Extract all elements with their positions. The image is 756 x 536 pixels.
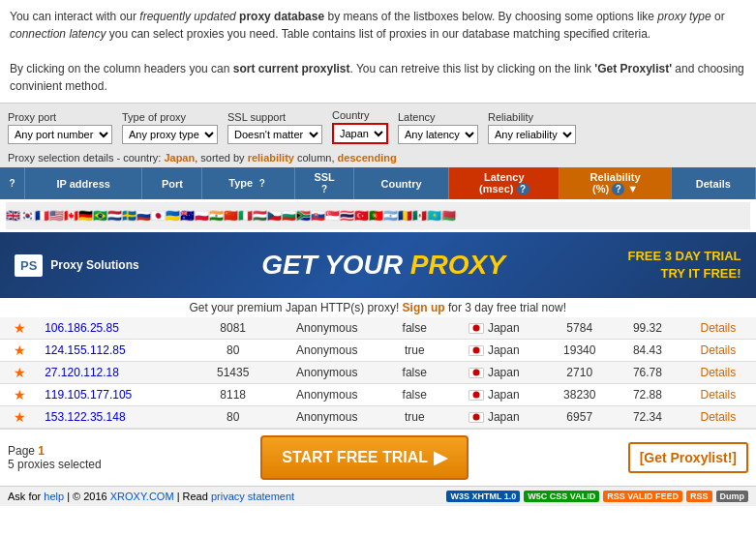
selected-count: 5 proxies selected bbox=[8, 458, 102, 471]
ad-banner[interactable]: PS Proxy Solutions GET YOUR PROXY FREE 3… bbox=[0, 232, 756, 298]
country-cell: Japan bbox=[443, 317, 544, 340]
bottom-badges: W3S XHTML 1.0 W5C CSS VALID RSS VALID FE… bbox=[446, 491, 748, 502]
proxy-port-select[interactable]: Any port number bbox=[8, 125, 112, 144]
rss-badge: RSS VALID FEED bbox=[603, 491, 682, 502]
ssl-cell: false bbox=[385, 384, 443, 406]
port-header[interactable]: Port bbox=[142, 167, 202, 199]
proxy-port-filter: Proxy port Any port number bbox=[8, 111, 112, 144]
get-proxylist-link[interactable]: [Get Proxylist!] bbox=[628, 442, 748, 473]
flags-container: 🇬🇧🇰🇷🇫🇷🇺🇸🇨🇦🇩🇪🇧🇷🇳🇱🇸🇪🇷🇺🇯🇵🇺🇦🇦🇺🇵🇱🇮🇳🇨🇳🇮🇹🇭🇺🇨🇿🇧🇬… bbox=[6, 202, 750, 229]
type-header[interactable]: Type ? bbox=[202, 167, 295, 199]
star-icon: ★ bbox=[14, 365, 26, 380]
port-cell: 8081 bbox=[197, 317, 268, 340]
reliability-help-icon[interactable]: ? bbox=[612, 183, 624, 195]
country-name: Japan bbox=[488, 343, 520, 357]
star-cell: ★ bbox=[0, 406, 39, 429]
ssl-help-icon[interactable]: ? bbox=[318, 183, 331, 195]
star-icon: ★ bbox=[14, 342, 26, 358]
help-icon[interactable]: ? bbox=[6, 177, 18, 190]
help-link[interactable]: help bbox=[44, 491, 64, 502]
country-label: Country bbox=[332, 109, 388, 121]
trial-arrow-icon: ▶ bbox=[434, 447, 447, 468]
details-header: Details bbox=[671, 167, 755, 199]
ad-get-text: GET YOUR bbox=[261, 250, 410, 280]
ask-text: Ask for bbox=[8, 491, 44, 502]
latency-cell: 6957 bbox=[544, 406, 615, 429]
table-row: ★ 119.105.177.105 8118 Anonymous false J… bbox=[0, 384, 756, 406]
latency-help-icon[interactable]: ? bbox=[517, 183, 529, 195]
reliability-cell: 72.88 bbox=[615, 384, 680, 406]
country-name: Japan bbox=[488, 366, 520, 379]
japan-flag-icon bbox=[469, 390, 484, 401]
proxy-type-label: Type of proxy bbox=[122, 111, 218, 123]
star-icon: ★ bbox=[14, 387, 26, 402]
page-info: Page 1 5 proxies selected bbox=[8, 444, 102, 471]
ip-header[interactable]: IP address bbox=[25, 167, 142, 199]
latency-header[interactable]: Latency(msec) ? bbox=[449, 167, 559, 199]
country-filter: Country Japan bbox=[332, 109, 388, 144]
ad-trial-line1: FREE 3 DAY TRIAL bbox=[627, 248, 741, 265]
css-valid-badge: W5C CSS VALID bbox=[524, 491, 599, 502]
country-cell: Japan bbox=[443, 340, 544, 362]
privacy-link[interactable]: privacy statement bbox=[211, 491, 294, 502]
sort-order: descending bbox=[338, 152, 397, 164]
ad-headline: GET YOUR PROXY bbox=[261, 250, 505, 281]
star-cell: ★ bbox=[0, 384, 39, 406]
details-cell[interactable]: Details bbox=[680, 406, 756, 429]
sort-column: reliability bbox=[248, 152, 294, 164]
country-select[interactable]: Japan bbox=[332, 123, 388, 144]
country-header[interactable]: Country bbox=[354, 167, 449, 199]
reliability-filter: Reliability Any reliability bbox=[488, 111, 576, 144]
ad-trial-text: FREE 3 DAY TRIAL TRY IT FREE! bbox=[627, 248, 741, 283]
latency-label: Latency bbox=[398, 111, 478, 123]
ssl-select[interactable]: Doesn't matter bbox=[227, 125, 322, 144]
promo-text-before: Get your premium Japan HTTP(s) proxy! bbox=[190, 301, 403, 314]
ad-trial-line2: TRY IT FREE! bbox=[627, 265, 741, 283]
country-name: Japan bbox=[488, 410, 520, 424]
ssl-cell: false bbox=[385, 362, 443, 384]
port-cell: 8118 bbox=[197, 384, 268, 406]
reliability-select[interactable]: Any reliability bbox=[488, 125, 576, 144]
details-cell[interactable]: Details bbox=[680, 384, 756, 406]
flags-row: 🇬🇧🇰🇷🇫🇷🇺🇸🇨🇦🇩🇪🇧🇷🇳🇱🇸🇪🇷🇺🇯🇵🇺🇦🇦🇺🇵🇱🇮🇳🇨🇳🇮🇹🇭🇺🇨🇿🇧🇬… bbox=[0, 199, 756, 232]
details-cell[interactable]: Details bbox=[680, 340, 756, 362]
intro-section: You can interact with our frequently upd… bbox=[0, 0, 756, 104]
type-help-icon[interactable]: ? bbox=[256, 177, 268, 190]
details-cell[interactable]: Details bbox=[680, 317, 756, 340]
star-cell: ★ bbox=[0, 317, 39, 340]
ip-cell[interactable]: 124.155.112.85 bbox=[39, 340, 197, 362]
table-footer: Page 1 5 proxies selected START FREE TRI… bbox=[0, 429, 756, 486]
bottom-left: Ask for help | © 2016 XROXY.COM | Read p… bbox=[8, 491, 294, 502]
type-cell: Anonymous bbox=[268, 362, 385, 384]
type-cell: Anonymous bbox=[268, 340, 385, 362]
dump-badge: Dump bbox=[716, 491, 749, 502]
ip-cell[interactable]: 27.120.112.18 bbox=[39, 362, 197, 384]
proxy-type-select[interactable]: Any proxy type bbox=[122, 125, 218, 144]
w3c-badge: W3S XHTML 1.0 bbox=[446, 491, 520, 502]
details-cell[interactable]: Details bbox=[680, 362, 756, 384]
signup-link[interactable]: Sign up bbox=[403, 301, 445, 314]
ssl-cell: false bbox=[385, 317, 443, 340]
ip-cell[interactable]: 153.122.35.148 bbox=[39, 406, 197, 429]
japan-flag-icon bbox=[469, 368, 484, 378]
site-link[interactable]: XROXY.COM bbox=[110, 491, 174, 502]
ip-cell[interactable]: 106.186.25.85 bbox=[39, 317, 197, 340]
table-row: ★ 153.122.35.148 80 Anonymous true Japan… bbox=[0, 406, 756, 429]
filter-bar: Proxy port Any port number Type of proxy… bbox=[0, 104, 756, 150]
ssl-header[interactable]: SSL? bbox=[295, 167, 354, 199]
ad-proxy-text: PROXY bbox=[410, 250, 505, 280]
ad-logo: PS Proxy Solutions bbox=[15, 254, 139, 277]
reliability-header[interactable]: Reliability(%) ? ▼ bbox=[559, 167, 671, 199]
type-cell: Anonymous bbox=[268, 317, 385, 340]
latency-cell: 19340 bbox=[544, 340, 615, 362]
proxy-data-table: ★ 106.186.25.85 8081 Anonymous false Jap… bbox=[0, 317, 756, 429]
ad-company-name: Proxy Solutions bbox=[50, 258, 138, 272]
trial-button[interactable]: START FREE TRIAL ▶ bbox=[260, 435, 469, 480]
latency-select[interactable]: Any latency bbox=[398, 125, 478, 144]
star-cell: ★ bbox=[0, 362, 39, 384]
ip-cell[interactable]: 119.105.177.105 bbox=[39, 384, 197, 406]
type-cell: Anonymous bbox=[268, 406, 385, 429]
reliability-cell: 72.34 bbox=[615, 406, 680, 429]
proxy-type-filter: Type of proxy Any proxy type bbox=[122, 111, 218, 144]
japan-flag-icon bbox=[469, 412, 484, 423]
